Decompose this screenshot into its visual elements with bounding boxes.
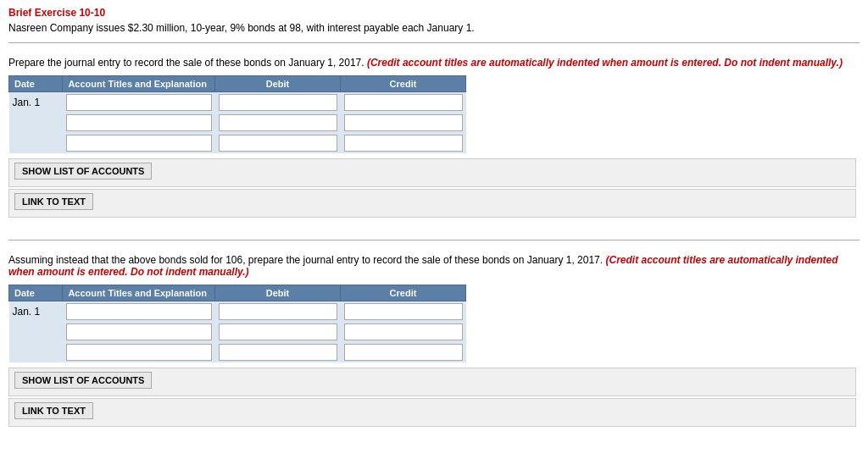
part1-section: Prepare the journal entry to record the … — [8, 57, 860, 218]
account-input-2-1[interactable] — [66, 303, 212, 320]
date-cell-2-1: Jan. 1 — [9, 301, 63, 323]
table-row — [9, 133, 466, 153]
credit-input-2-1[interactable] — [344, 303, 463, 320]
link-to-text-row-1: LINK TO TEXT — [8, 189, 856, 218]
debit-input-2-1[interactable] — [219, 303, 337, 320]
col-credit-2: Credit — [341, 285, 466, 301]
part1-journal-table: Date Account Titles and Explanation Debi… — [8, 75, 466, 153]
link-to-text-row-2: LINK TO TEXT — [8, 398, 856, 427]
debit-input-cell-2-2 — [215, 322, 341, 342]
table-row — [9, 113, 466, 133]
account-input-1-1[interactable] — [66, 94, 212, 111]
debit-input-1-1[interactable] — [219, 94, 337, 111]
link-to-text-button-2[interactable]: LINK TO TEXT — [14, 402, 93, 419]
show-accounts-button-2[interactable]: SHOW LIST OF ACCOUNTS — [14, 372, 152, 389]
table-row: Jan. 1 — [9, 301, 466, 323]
credit-input-cell-1 — [341, 92, 466, 113]
date-cell-empty-2 — [9, 133, 63, 153]
show-accounts-row-2: SHOW LIST OF ACCOUNTS — [8, 368, 856, 396]
account-input-cell-2 — [63, 113, 215, 133]
credit-input-1-3[interactable] — [344, 135, 463, 152]
account-input-1-3[interactable] — [66, 135, 212, 152]
divider-1 — [8, 42, 860, 43]
divider-2 — [8, 240, 860, 241]
table-row — [9, 322, 466, 342]
debit-input-cell-2-1 — [215, 301, 341, 323]
account-input-2-3[interactable] — [66, 344, 212, 361]
credit-input-cell-2-3 — [341, 342, 466, 362]
part2-journal-table: Date Account Titles and Explanation Debi… — [8, 285, 466, 362]
credit-input-1-1[interactable] — [344, 94, 463, 111]
credit-input-2-3[interactable] — [344, 344, 463, 361]
table-row — [9, 342, 466, 362]
credit-input-cell-2-2 — [341, 322, 466, 342]
exercise-title: Brief Exercise 10-10 — [8, 7, 860, 19]
account-input-2-2[interactable] — [66, 323, 212, 340]
date-cell-empty-1 — [9, 113, 63, 133]
part2-instruction: Assuming instead that the above bonds so… — [8, 254, 860, 278]
col-credit-1: Credit — [341, 76, 466, 92]
show-accounts-button-1[interactable]: SHOW LIST OF ACCOUNTS — [14, 163, 152, 180]
date-cell-2-empty-1 — [9, 322, 63, 342]
intro-text: Nasreen Company issues $2.30 million, 10… — [8, 22, 860, 34]
date-cell-2-empty-2 — [9, 342, 63, 362]
debit-input-2-3[interactable] — [219, 344, 337, 361]
part2-section: Assuming instead that the above bonds so… — [8, 254, 860, 427]
credit-input-cell-2-1 — [341, 301, 466, 323]
debit-input-cell-3 — [215, 133, 341, 153]
credit-input-2-2[interactable] — [344, 323, 463, 340]
col-debit-1: Debit — [215, 76, 341, 92]
col-account-2: Account Titles and Explanation — [63, 285, 215, 301]
credit-input-1-2[interactable] — [344, 114, 463, 131]
debit-input-cell-1 — [215, 92, 341, 113]
account-input-cell-2-1 — [63, 301, 215, 323]
debit-input-1-2[interactable] — [219, 114, 337, 131]
credit-input-cell-2 — [341, 113, 466, 133]
table-row: Jan. 1 — [9, 92, 466, 113]
col-account-1: Account Titles and Explanation — [63, 76, 215, 92]
part1-instruction: Prepare the journal entry to record the … — [8, 57, 860, 69]
debit-input-2-2[interactable] — [219, 323, 337, 340]
link-to-text-button-1[interactable]: LINK TO TEXT — [14, 193, 93, 210]
col-date-1: Date — [9, 76, 63, 92]
account-input-cell-2-3 — [63, 342, 215, 362]
account-input-cell-2-2 — [63, 322, 215, 342]
debit-input-1-3[interactable] — [219, 135, 337, 152]
debit-input-cell-2-3 — [215, 342, 341, 362]
account-input-cell-1 — [63, 92, 215, 113]
show-accounts-row-1: SHOW LIST OF ACCOUNTS — [8, 158, 856, 187]
account-input-cell-3 — [63, 133, 215, 153]
col-debit-2: Debit — [215, 285, 341, 301]
account-input-1-2[interactable] — [66, 114, 212, 131]
credit-input-cell-3 — [341, 133, 466, 153]
col-date-2: Date — [9, 285, 63, 301]
date-cell-1: Jan. 1 — [9, 92, 63, 113]
debit-input-cell-2 — [215, 113, 341, 133]
